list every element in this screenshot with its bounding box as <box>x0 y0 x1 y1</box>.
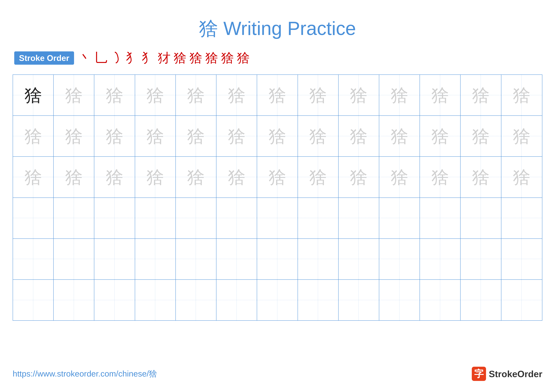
grid-cell-5-3[interactable] <box>135 280 176 320</box>
grid-cell-4-8[interactable] <box>339 239 379 279</box>
grid-cell-3-5[interactable] <box>216 198 257 238</box>
cell-character: 猞 <box>146 168 164 186</box>
grid-cell-4-12[interactable] <box>501 239 542 279</box>
grid-cell-3-11[interactable] <box>460 198 501 238</box>
grid-cell-4-10[interactable] <box>420 239 460 279</box>
grid-cell-2-5[interactable]: 猞 <box>216 157 257 197</box>
grid-cell-2-10[interactable]: 猞 <box>420 157 460 197</box>
grid-cell-5-4[interactable] <box>176 280 216 320</box>
grid-cell-0-10[interactable]: 猞 <box>420 75 460 115</box>
grid-cell-4-0[interactable] <box>13 239 54 279</box>
grid-cell-5-8[interactable] <box>339 280 379 320</box>
grid-cell-3-12[interactable] <box>501 198 542 238</box>
grid-row-1: 猞猞猞猞猞猞猞猞猞猞猞猞猞 <box>13 116 542 157</box>
grid-cell-5-7[interactable] <box>298 280 339 320</box>
cell-character: 猞 <box>65 86 83 104</box>
grid-cell-1-4[interactable]: 猞 <box>176 116 216 156</box>
grid-cell-3-7[interactable] <box>298 198 339 238</box>
grid-cell-0-2[interactable]: 猞 <box>94 75 135 115</box>
grid-cell-3-1[interactable] <box>54 198 94 238</box>
cell-character: 猞 <box>472 168 489 186</box>
grid-cell-1-8[interactable]: 猞 <box>339 116 379 156</box>
grid-cell-1-1[interactable]: 猞 <box>54 116 94 156</box>
cell-character: 猞 <box>269 168 286 186</box>
grid-cell-1-11[interactable]: 猞 <box>460 116 501 156</box>
stroke-sequence: 丶 ⺃ ㇁ 犭 犭 犲 猞 猞 猞 猞 猞 <box>79 50 250 67</box>
grid-cell-2-6[interactable]: 猞 <box>257 157 298 197</box>
grid-cell-5-10[interactable] <box>420 280 460 320</box>
grid-cell-1-0[interactable]: 猞 <box>13 116 54 156</box>
grid-cell-1-10[interactable]: 猞 <box>420 116 460 156</box>
grid-cell-1-3[interactable]: 猞 <box>135 116 176 156</box>
grid-cell-2-9[interactable]: 猞 <box>379 157 420 197</box>
footer-url: https://www.strokeorder.com/chinese/猞 <box>13 368 157 379</box>
grid-cell-0-0[interactable]: 猞 <box>13 75 54 115</box>
grid-cell-1-12[interactable]: 猞 <box>501 116 542 156</box>
grid-cell-3-3[interactable] <box>135 198 176 238</box>
stroke-8: 猞 <box>190 50 202 67</box>
grid-cell-0-1[interactable]: 猞 <box>54 75 94 115</box>
grid-cell-2-7[interactable]: 猞 <box>298 157 339 197</box>
grid-cell-0-12[interactable]: 猞 <box>501 75 542 115</box>
grid-cell-0-4[interactable]: 猞 <box>176 75 216 115</box>
grid-cell-2-2[interactable]: 猞 <box>94 157 135 197</box>
grid-cell-5-12[interactable] <box>501 280 542 320</box>
grid-cell-5-2[interactable] <box>94 280 135 320</box>
cell-character: 猞 <box>269 86 286 104</box>
cell-character: 猞 <box>391 168 408 186</box>
grid-cell-3-4[interactable] <box>176 198 216 238</box>
grid-cell-5-0[interactable] <box>13 280 54 320</box>
grid-cell-4-2[interactable] <box>94 239 135 279</box>
grid-cell-4-6[interactable] <box>257 239 298 279</box>
grid-cell-3-8[interactable] <box>339 198 379 238</box>
grid-cell-0-6[interactable]: 猞 <box>257 75 298 115</box>
stroke-2: ⺃ <box>95 50 107 67</box>
grid-cell-4-9[interactable] <box>379 239 420 279</box>
grid-cell-5-6[interactable] <box>257 280 298 320</box>
stroke-6: 犲 <box>158 50 171 67</box>
grid-cell-2-8[interactable]: 猞 <box>339 157 379 197</box>
cell-character: 猞 <box>431 168 449 186</box>
grid-cell-0-8[interactable]: 猞 <box>339 75 379 115</box>
cell-character: 猞 <box>146 128 164 145</box>
grid-cell-0-9[interactable]: 猞 <box>379 75 420 115</box>
grid-cell-3-0[interactable] <box>13 198 54 238</box>
footer: https://www.strokeorder.com/chinese/猞 字 … <box>13 367 542 381</box>
grid-cell-5-1[interactable] <box>54 280 94 320</box>
grid-cell-3-6[interactable] <box>257 198 298 238</box>
grid-cell-3-10[interactable] <box>420 198 460 238</box>
grid-cell-3-9[interactable] <box>379 198 420 238</box>
stroke-4: 犭 <box>126 50 139 67</box>
grid-cell-4-4[interactable] <box>176 239 216 279</box>
cell-character: 猞 <box>146 86 164 104</box>
grid-cell-3-2[interactable] <box>94 198 135 238</box>
grid-cell-4-11[interactable] <box>460 239 501 279</box>
grid-cell-4-7[interactable] <box>298 239 339 279</box>
grid-cell-2-12[interactable]: 猞 <box>501 157 542 197</box>
grid-cell-4-3[interactable] <box>135 239 176 279</box>
grid-cell-2-4[interactable]: 猞 <box>176 157 216 197</box>
grid-cell-0-3[interactable]: 猞 <box>135 75 176 115</box>
grid-cell-5-5[interactable] <box>216 280 257 320</box>
grid-cell-5-11[interactable] <box>460 280 501 320</box>
grid-cell-0-5[interactable]: 猞 <box>216 75 257 115</box>
cell-character: 猞 <box>65 128 83 145</box>
grid-cell-4-5[interactable] <box>216 239 257 279</box>
grid-cell-2-0[interactable]: 猞 <box>13 157 54 197</box>
grid-cell-2-3[interactable]: 猞 <box>135 157 176 197</box>
grid-cell-2-11[interactable]: 猞 <box>460 157 501 197</box>
grid-cell-1-2[interactable]: 猞 <box>94 116 135 156</box>
grid-cell-1-6[interactable]: 猞 <box>257 116 298 156</box>
stroke-9: 猞 <box>205 50 218 67</box>
cell-character: 猞 <box>228 168 245 186</box>
grid-cell-0-11[interactable]: 猞 <box>460 75 501 115</box>
grid-cell-1-7[interactable]: 猞 <box>298 116 339 156</box>
stroke-5: 犭 <box>142 50 155 67</box>
grid-cell-1-9[interactable]: 猞 <box>379 116 420 156</box>
grid-cell-2-1[interactable]: 猞 <box>54 157 94 197</box>
grid-cell-0-7[interactable]: 猞 <box>298 75 339 115</box>
grid-cell-5-9[interactable] <box>379 280 420 320</box>
cell-character: 猞 <box>350 86 367 104</box>
grid-cell-1-5[interactable]: 猞 <box>216 116 257 156</box>
grid-cell-4-1[interactable] <box>54 239 94 279</box>
